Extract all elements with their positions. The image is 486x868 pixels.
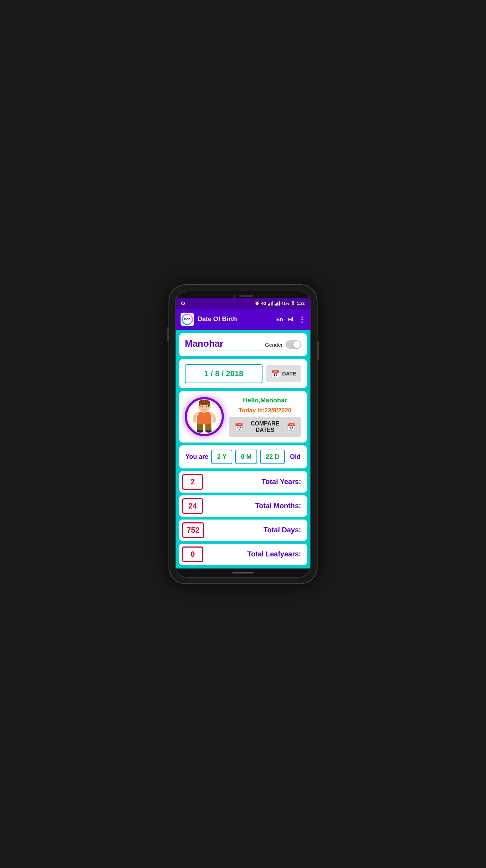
battery-percent: 41%: [281, 301, 289, 306]
avatar-card: Hello,Manohar Today is:23/8/2020 📅 COMPA…: [179, 391, 307, 443]
camera: [233, 295, 236, 298]
date-picker-button[interactable]: 📅 DATE: [266, 365, 301, 382]
toggle-knob: [293, 341, 300, 348]
phone-screen: ⏰ 4G 41% 🔋 1:22: [175, 291, 311, 578]
calendar-icon: 📅: [271, 369, 280, 378]
svg-point-5: [206, 406, 207, 407]
gender-section: Gender: [265, 340, 301, 349]
hello-text: Hello,Manohar: [243, 397, 287, 404]
status-bar: ⏰ 4G 41% 🔋 1:22: [176, 298, 310, 309]
total-months-row: 24 Total Months:: [179, 495, 307, 517]
total-years-label: Total Years:: [206, 478, 307, 486]
today-text: Today is:23/8/2020: [239, 407, 292, 414]
total-leafyears-value: 0: [182, 546, 203, 562]
speaker: [239, 295, 253, 297]
phone-frame: ⏰ 4G 41% 🔋 1:22: [169, 284, 317, 584]
avatar-info: Hello,Manohar Today is:23/8/2020 📅 COMPA…: [229, 397, 301, 437]
date-btn-label: DATE: [282, 370, 296, 377]
volume-button: [167, 327, 169, 341]
gender-toggle[interactable]: [286, 340, 301, 349]
gender-label: Gender: [265, 342, 283, 348]
alarm-icon: ⏰: [255, 301, 260, 306]
total-leafyears-row: 0 Total Leafyears:: [179, 544, 307, 565]
signal-bars: [268, 301, 273, 306]
signal-bars-2: [275, 301, 280, 306]
total-years-row: 2 Total Years:: [179, 471, 307, 493]
name-input-area[interactable]: Manohar: [185, 338, 265, 351]
total-months-value: 24: [182, 498, 203, 514]
battery-icon: 🔋: [291, 301, 296, 306]
months-box: 0 M: [235, 450, 257, 464]
compare-btn-label: COMPARE DATES: [246, 421, 284, 433]
svg-point-4: [201, 406, 203, 407]
total-leafyears-label: Total Leafyears:: [206, 550, 307, 558]
avatar-circle: [185, 397, 224, 436]
date-card: 1 / 8 / 2018 📅 DATE: [179, 359, 307, 388]
total-years-value: 2: [182, 474, 203, 490]
svg-point-6: [198, 406, 200, 408]
svg-point-7: [209, 406, 211, 408]
logo-text: DOB: [184, 318, 190, 321]
old-label: Old: [290, 453, 300, 461]
app-logo: DOB: [181, 313, 194, 326]
svg-rect-12: [203, 411, 206, 413]
app-actions: En Hi ⋮: [276, 315, 305, 324]
total-days-label: Total Days:: [207, 526, 307, 534]
app-bar: DOB Date Of Birth En Hi ⋮: [176, 309, 310, 330]
status-indicator: [181, 302, 185, 305]
name-card: Manohar Gender: [179, 333, 307, 356]
compare-right-icon: 📅: [287, 423, 296, 431]
svg-point-11: [205, 430, 212, 433]
compare-dates-button[interactable]: 📅 COMPARE DATES 📅: [229, 417, 301, 437]
avatar-svg: [190, 399, 219, 434]
date-input[interactable]: 1 / 8 / 2018: [185, 364, 263, 383]
home-indicator: [232, 572, 254, 573]
years-box: 2 Y: [211, 450, 232, 464]
total-days-row: 752 Total Days:: [179, 520, 307, 541]
svg-point-8: [193, 419, 196, 423]
logo-circle: DOB: [182, 314, 193, 325]
overflow-menu-button[interactable]: ⋮: [298, 315, 305, 324]
lang-hi-button[interactable]: Hi: [288, 316, 293, 322]
lang-en-button[interactable]: En: [276, 316, 283, 322]
compare-left-icon: 📅: [234, 423, 243, 431]
days-box: 22 D: [260, 450, 285, 464]
main-content: Manohar Gender 1 / 8 / 2018 📅 DATE: [176, 330, 310, 568]
svg-point-9: [212, 419, 216, 423]
age-card: You are 2 Y 0 M 22 D Old: [179, 445, 307, 468]
total-months-label: Total Months:: [206, 502, 307, 510]
you-are-label: You are: [186, 453, 209, 461]
name-display: Manohar: [185, 338, 223, 349]
power-button: [317, 341, 319, 361]
svg-point-10: [197, 430, 203, 433]
clock: 1:22: [297, 301, 305, 306]
app-title: Date Of Birth: [198, 315, 273, 323]
nav-bar: [176, 568, 310, 577]
network-type: 4G: [261, 301, 266, 306]
total-days-value: 752: [182, 522, 204, 538]
